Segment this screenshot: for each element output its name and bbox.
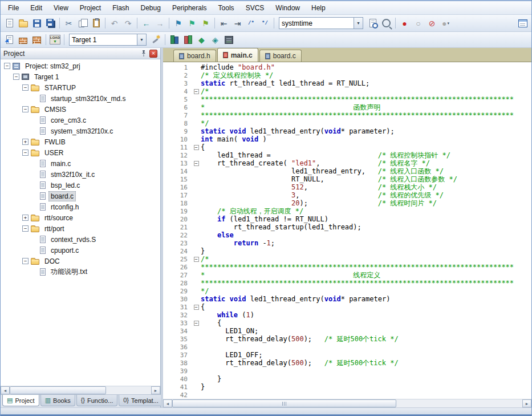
- code-line-27[interactable]: 27* 线程定义: [163, 271, 531, 279]
- code-line-9[interactable]: 9static void led1_thread_entry(void* par…: [163, 127, 531, 135]
- code-line-32[interactable]: 32 while (1): [163, 311, 531, 319]
- scroll-right-button[interactable]: ►: [522, 399, 531, 407]
- scroll-left-button[interactable]: ◄: [1, 386, 10, 394]
- collapse-icon[interactable]: −: [22, 150, 29, 156]
- code-line-8[interactable]: 8*/: [163, 119, 531, 127]
- find-icon[interactable]: [380, 17, 393, 30]
- code-line-30[interactable]: 30static void led1_thread_entry(void* pa…: [163, 295, 531, 303]
- navigate-back-icon[interactable]: ←: [140, 17, 153, 30]
- scroll-track[interactable]: [10, 386, 151, 394]
- navigate-forward-icon[interactable]: →: [153, 17, 166, 30]
- close-panel-button[interactable]: ×: [149, 50, 157, 58]
- tree-item-user[interactable]: −USER: [1, 147, 160, 158]
- copy-icon[interactable]: [76, 17, 89, 30]
- tree-item-core-cm3-c[interactable]: core_cm3.c: [1, 115, 160, 126]
- tree-item-project-stm32-prj[interactable]: −Project: stm32_prj: [1, 60, 160, 71]
- tree-item-fwlib[interactable]: +FWLIB: [1, 136, 160, 147]
- code-line-28[interactable]: 28**************************************…: [163, 279, 531, 287]
- save-icon[interactable]: [30, 17, 43, 30]
- menu-debug[interactable]: Debug: [135, 1, 166, 15]
- find-in-files-icon[interactable]: [366, 17, 379, 30]
- code-line-39[interactable]: 39: [163, 367, 531, 375]
- search-combo-dropdown-icon[interactable]: ▼: [354, 18, 363, 29]
- redo-icon[interactable]: ↷: [121, 17, 135, 30]
- code-line-35[interactable]: 35 rt_thread_delay(500); /* 延时500个tick *…: [163, 335, 531, 343]
- new-file-icon[interactable]: [3, 17, 16, 30]
- tree-item-stm32f10x-it-c[interactable]: stm32f10x_it.c: [1, 169, 160, 180]
- tree-item-board-c[interactable]: board.c: [1, 191, 160, 201]
- scroll-left-button[interactable]: ◄: [163, 399, 172, 407]
- scroll-thumb[interactable]: [172, 399, 396, 407]
- editor-tab-board-c[interactable]: board.c: [259, 50, 302, 62]
- manage-project-items-icon[interactable]: [181, 33, 194, 46]
- collapse-icon[interactable]: −: [22, 106, 29, 112]
- tree-item-system-stm32f10x-c[interactable]: system_stm32f10x.c: [1, 126, 160, 136]
- code-line-22[interactable]: 22 else: [163, 231, 531, 239]
- code-line-40[interactable]: 40 }: [163, 375, 531, 383]
- tree-item-rtconfig-h[interactable]: rtconfig.h: [1, 201, 160, 212]
- tree-item-context-rvds-s[interactable]: context_rvds.S: [1, 234, 160, 245]
- code-line-38[interactable]: 38 rt_thread_delay(500); /* 延时500个tick *…: [163, 359, 531, 367]
- menu-edit[interactable]: Edit: [25, 1, 48, 15]
- code-editor[interactable]: 1#include "board.h"2/* 定义线程控制块 */3static…: [163, 62, 531, 399]
- search-combo-input[interactable]: [279, 18, 354, 28]
- tree-item-target-1[interactable]: −Target 1: [1, 71, 160, 82]
- tree-item-cpuport-c[interactable]: cpuport.c: [1, 245, 160, 256]
- collapse-icon[interactable]: −: [22, 84, 29, 91]
- file-extensions-icon[interactable]: [168, 33, 181, 46]
- code-line-6[interactable]: 6* 函数声明: [163, 103, 531, 111]
- tree-item-rtt-source[interactable]: +rtt/source: [1, 212, 160, 223]
- code-line-21[interactable]: 21 rt_thread_startup(led1_thread);: [163, 223, 531, 231]
- tree-item-doc[interactable]: −DOC: [1, 256, 160, 266]
- code-line-41[interactable]: 41}: [163, 383, 531, 391]
- editor-window-icon[interactable]: [516, 17, 529, 30]
- paste-icon[interactable]: [90, 17, 103, 30]
- tree-item-startup-stm32f10x-md-s[interactable]: startup_stm32f10x_md.s: [1, 93, 160, 104]
- bookmark-toggle-icon[interactable]: ⚑: [172, 17, 185, 30]
- code-line-20[interactable]: 20 if (led1_thread != RT_NULL): [163, 215, 531, 223]
- fold-marker-icon[interactable]: −: [194, 161, 199, 166]
- editor-tab-board-h[interactable]: board.h: [173, 50, 216, 62]
- menu-window[interactable]: Window: [270, 1, 306, 15]
- target-combo-input[interactable]: [70, 35, 137, 45]
- menu-peripherals[interactable]: Peripherals: [166, 1, 213, 15]
- menu-flash[interactable]: Flash: [107, 1, 135, 15]
- panel-tab-functio[interactable]: {}Functio...: [76, 395, 118, 406]
- code-line-25[interactable]: 25−/*: [163, 255, 531, 263]
- translate-file-icon[interactable]: [3, 33, 16, 46]
- code-line-19[interactable]: 19 /* 启动线程，开启调度 */: [163, 207, 531, 215]
- menu-view[interactable]: View: [48, 1, 74, 15]
- breakpoint-kill-all-icon[interactable]: ⊘: [425, 17, 438, 30]
- code-line-33[interactable]: 33− {: [163, 319, 531, 327]
- tree-item-startup[interactable]: −STARTUP: [1, 82, 160, 93]
- undo-icon[interactable]: ↶: [108, 17, 121, 30]
- fold-marker-icon[interactable]: −: [194, 89, 199, 94]
- fold-marker-icon[interactable]: −: [194, 305, 199, 310]
- collapse-icon[interactable]: −: [22, 258, 29, 264]
- unindent-icon[interactable]: ⇤: [217, 17, 230, 30]
- indent-icon[interactable]: ⇥: [231, 17, 244, 30]
- panel-tab-books[interactable]: ▥Books: [40, 395, 75, 406]
- comment-selection-icon[interactable]: /*: [245, 17, 258, 30]
- breakpoint-enable-all-icon[interactable]: ●▾: [439, 17, 452, 30]
- code-line-4[interactable]: 4−/*: [163, 87, 531, 95]
- open-file-icon[interactable]: [17, 17, 30, 30]
- code-line-10[interactable]: 10int main( void ): [163, 135, 531, 143]
- save-all-icon[interactable]: [44, 17, 57, 30]
- tree-item-txt[interactable]: 功能说明.txt: [1, 266, 160, 277]
- fold-marker-icon[interactable]: −: [194, 257, 199, 262]
- code-line-23[interactable]: 23 return -1;: [163, 239, 531, 247]
- expand-icon[interactable]: +: [22, 139, 29, 145]
- expand-icon[interactable]: +: [22, 215, 29, 221]
- bookmark-previous-icon[interactable]: ⚑: [185, 17, 198, 30]
- menu-svcs[interactable]: SVCS: [240, 1, 270, 15]
- menu-help[interactable]: Help: [306, 1, 331, 15]
- code-line-36[interactable]: 36: [163, 343, 531, 351]
- options-for-target-icon[interactable]: [149, 33, 163, 46]
- panel-tab-templat[interactable]: 0}Templat...: [119, 395, 163, 406]
- tree-item-main-c[interactable]: main.c: [1, 158, 160, 169]
- tree-item-rtt-port[interactable]: −rtt/port: [1, 223, 160, 234]
- breakpoint-toggle-icon[interactable]: ●: [398, 17, 411, 30]
- menu-file[interactable]: File: [2, 1, 25, 15]
- debug-settings-icon[interactable]: ◈: [209, 33, 222, 46]
